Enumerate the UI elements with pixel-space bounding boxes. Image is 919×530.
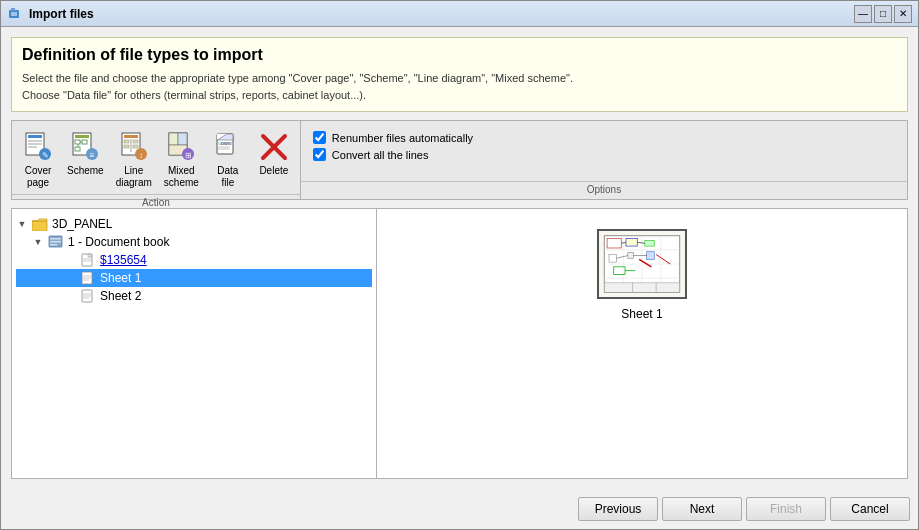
svg-text:↕: ↕ bbox=[139, 151, 143, 160]
svg-rect-46 bbox=[50, 241, 61, 243]
svg-rect-77 bbox=[604, 283, 679, 292]
title-bar: Import files — □ ✕ bbox=[1, 1, 918, 27]
root-label: 3D_PANEL bbox=[52, 217, 112, 231]
svg-rect-12 bbox=[75, 135, 89, 138]
svg-rect-47 bbox=[50, 244, 57, 246]
next-button[interactable]: Next bbox=[662, 497, 742, 521]
header-desc-line1: Select the file and choose the appropria… bbox=[22, 72, 573, 84]
convert-checkbox[interactable] bbox=[313, 148, 326, 161]
s135654-file-icon bbox=[80, 252, 96, 268]
renumber-label: Renumber files automatically bbox=[332, 132, 473, 144]
svg-rect-68 bbox=[626, 239, 637, 247]
docbook-label: 1 - Document book bbox=[68, 235, 169, 249]
docbook-icon bbox=[48, 234, 64, 250]
scheme-button[interactable]: ≡ Scheme bbox=[62, 126, 109, 192]
svg-rect-1 bbox=[11, 8, 15, 11]
svg-rect-25 bbox=[124, 145, 129, 148]
sheet1-label: Sheet 1 bbox=[100, 271, 141, 285]
svg-rect-74 bbox=[647, 252, 655, 260]
svg-rect-24 bbox=[133, 140, 138, 143]
cover-page-button[interactable]: ✎ Coverpage bbox=[16, 126, 60, 192]
cancel-button[interactable]: Cancel bbox=[830, 497, 910, 521]
root-folder-icon bbox=[32, 216, 48, 232]
main-area: ▼ 3D_PANEL ▼ bbox=[11, 208, 908, 479]
tree-item-root[interactable]: ▼ 3D_PANEL bbox=[16, 215, 372, 233]
data-file-label: Datafile bbox=[217, 165, 238, 189]
svg-rect-69 bbox=[645, 240, 654, 246]
svg-rect-45 bbox=[50, 238, 61, 240]
header-desc-line2: Choose "Data file" for others (terminal … bbox=[22, 89, 366, 101]
preview-label: Sheet 1 bbox=[621, 307, 662, 321]
action-group: ✎ Coverpage bbox=[12, 121, 301, 199]
header-title: Definition of file types to import bbox=[22, 46, 897, 64]
tree-item-s135654[interactable]: ▷ $135654 bbox=[16, 251, 372, 269]
title-bar-controls: — □ ✕ bbox=[854, 5, 912, 23]
options-group: Renumber files automatically Convert all… bbox=[301, 121, 907, 199]
cover-page-icon: ✎ bbox=[22, 131, 54, 163]
convert-option: Convert all the lines bbox=[313, 148, 895, 161]
action-buttons: ✎ Coverpage bbox=[12, 121, 300, 194]
sheet2-label: Sheet 2 bbox=[100, 289, 141, 303]
svg-rect-43 bbox=[32, 221, 47, 231]
docbook-expander[interactable]: ▼ bbox=[32, 236, 44, 248]
svg-rect-73 bbox=[628, 253, 634, 259]
main-window: Import files — □ ✕ Definition of file ty… bbox=[0, 0, 919, 530]
footer: Previous Next Finish Cancel bbox=[1, 489, 918, 529]
scheme-icon: ≡ bbox=[69, 131, 101, 163]
toolbar: ✎ Coverpage bbox=[11, 120, 908, 200]
finish-button[interactable]: Finish bbox=[746, 497, 826, 521]
convert-label: Convert all the lines bbox=[332, 149, 429, 161]
svg-text:✎: ✎ bbox=[42, 151, 49, 160]
delete-button[interactable]: Delete bbox=[252, 126, 296, 192]
svg-rect-5 bbox=[28, 135, 42, 138]
title-bar-icon bbox=[7, 6, 23, 22]
tree-item-sheet2[interactable]: ▷ Sheet 2 bbox=[16, 287, 372, 305]
tree-item-sheet1[interactable]: ▷ Sheet 1 bbox=[16, 269, 372, 287]
data-file-icon: .DWG bbox=[212, 131, 244, 163]
preview-panel: Sheet 1 bbox=[377, 209, 907, 478]
title-bar-text: Import files bbox=[29, 7, 854, 21]
options-content: Renumber files automatically Convert all… bbox=[301, 121, 907, 181]
line-diagram-icon: ↕ bbox=[118, 131, 150, 163]
header-description: Select the file and choose the appropria… bbox=[22, 70, 897, 103]
maximize-button[interactable]: □ bbox=[874, 5, 892, 23]
header-section: Definition of file types to import Selec… bbox=[11, 37, 908, 112]
sheet2-file-icon bbox=[80, 288, 96, 304]
data-file-button[interactable]: .DWG Datafile bbox=[206, 126, 250, 192]
previous-button[interactable]: Previous bbox=[578, 497, 658, 521]
scheme-label: Scheme bbox=[67, 165, 104, 177]
svg-text:.DWG: .DWG bbox=[220, 141, 231, 146]
mixed-scheme-button[interactable]: ⊞ Mixedscheme bbox=[159, 126, 204, 192]
delete-label: Delete bbox=[259, 165, 288, 177]
svg-rect-23 bbox=[124, 140, 129, 143]
renumber-checkbox[interactable] bbox=[313, 131, 326, 144]
tree-item-docbook[interactable]: ▼ 1 - Document book bbox=[16, 233, 372, 251]
mixed-scheme-label: Mixedscheme bbox=[164, 165, 199, 189]
svg-rect-31 bbox=[178, 133, 187, 145]
svg-rect-30 bbox=[169, 133, 178, 145]
minimize-button[interactable]: — bbox=[854, 5, 872, 23]
svg-rect-21 bbox=[124, 135, 138, 138]
s135654-label: $135654 bbox=[100, 253, 147, 267]
delete-icon bbox=[258, 131, 290, 163]
svg-rect-26 bbox=[133, 145, 138, 148]
svg-text:≡: ≡ bbox=[90, 151, 95, 160]
content-area: Definition of file types to import Selec… bbox=[1, 27, 918, 489]
line-diagram-button[interactable]: ↕ Linediagram bbox=[111, 126, 157, 192]
sheet1-file-icon bbox=[80, 270, 96, 286]
mixed-scheme-icon: ⊞ bbox=[165, 131, 197, 163]
options-label: Options bbox=[301, 181, 907, 199]
preview-thumbnail bbox=[597, 229, 687, 299]
root-expander[interactable]: ▼ bbox=[16, 218, 28, 230]
close-button[interactable]: ✕ bbox=[894, 5, 912, 23]
line-diagram-label: Linediagram bbox=[116, 165, 152, 189]
svg-rect-0 bbox=[9, 10, 19, 18]
svg-text:⊞: ⊞ bbox=[185, 151, 192, 160]
cover-page-label: Coverpage bbox=[25, 165, 52, 189]
renumber-option: Renumber files automatically bbox=[313, 131, 895, 144]
tree-panel[interactable]: ▼ 3D_PANEL ▼ bbox=[12, 209, 377, 478]
